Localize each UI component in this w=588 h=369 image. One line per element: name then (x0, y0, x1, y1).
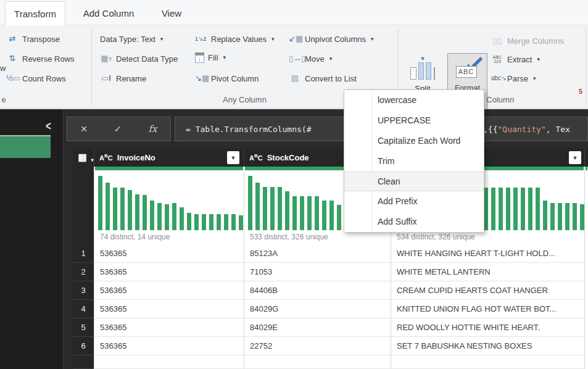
cell-description[interactable]: SET 7 BABUSHKA NESTING BOXES (391, 337, 584, 355)
menu-item-capitalize-each-word[interactable]: Capitalize Each Word (344, 131, 484, 151)
collapse-sidebar-chevron-icon[interactable]: < (46, 118, 51, 133)
queries-sidebar: < (0, 109, 64, 369)
commit-formula-icon[interactable]: ✓ (114, 123, 122, 135)
table-row: 5 536365 84029E RED WOOLLY HOTTIE WHITE … (73, 318, 588, 337)
cell-invoiceno[interactable]: 536365 (94, 244, 244, 263)
cell-description[interactable]: KNITTED UNION FLAG HOT WATER BOT... (391, 300, 584, 318)
column-header-invoiceno[interactable]: ABC InvoiceNo ▼ (94, 148, 244, 167)
menu-item-add-suffix[interactable]: Add Suffix (344, 212, 484, 232)
cell-description[interactable]: WHITE METAL LANTERN (391, 263, 584, 281)
cell-invoiceno[interactable]: 536365 (94, 281, 244, 300)
table-grid-icon: ▦ (78, 152, 86, 163)
row-number: 4 (73, 300, 94, 318)
clipped-label-fragment-left: w (0, 64, 6, 73)
cell-description[interactable]: RED WOOLLY HOTTIE WHITE HEART. (391, 318, 584, 337)
power-query-editor-window: Transform Add Column View w ⇄ Transpose … (0, 0, 588, 369)
editor-content: < × ✓ fx = Table.TransformColumns(# ,{{"… (0, 109, 588, 369)
reverse-rows-icon: ⇅ (6, 54, 19, 63)
clipped-next-column-header (584, 148, 588, 167)
text-type-icon: ABC (249, 153, 263, 162)
row-number: 3 (73, 281, 94, 300)
table-row-partial (73, 355, 588, 369)
group-separator (91, 28, 92, 106)
chevron-down-icon: ▾ (329, 56, 333, 62)
chevron-down-icon: ▾ (537, 56, 540, 62)
menu-item-add-prefix[interactable]: Add Prefix (344, 191, 484, 212)
replace-values-icon: 1↘2 (195, 35, 207, 43)
cell-invoiceno[interactable]: 536365 (94, 263, 244, 281)
move-button[interactable]: ▯↔▯ Move ▾ (289, 52, 332, 65)
row-number: 2 (73, 263, 94, 281)
menu-item-trim[interactable]: Trim (344, 151, 484, 172)
detect-data-type-button[interactable]: ▦? Detect Data Type (100, 52, 178, 65)
cell-stockcode[interactable]: 22752 (244, 337, 391, 355)
group-separator (586, 28, 586, 106)
chevron-down-icon: ▾ (160, 36, 164, 42)
cell-description[interactable]: CREAM CUPID HEARTS COAT HANGER (391, 281, 584, 300)
data-preview-table: ▦▾ ABC InvoiceNo ▼ ABC StockCode ▼ ABC ▼ (73, 148, 588, 369)
cell-description[interactable]: WHITE HANGING HEART T-LIGHT HOLD... (391, 244, 584, 263)
cell-stockcode[interactable]: 71053 (244, 263, 391, 281)
column-profile-invoiceno: 74 distinct, 14 unique (94, 167, 244, 244)
filter-dropdown-button[interactable]: ▼ (569, 151, 581, 164)
cell-stockcode[interactable]: 84029E (244, 318, 391, 337)
chevron-down-icon: ▾ (271, 36, 275, 42)
formula-input-right-fragment: ,{{"Quantity", Tex (483, 117, 588, 141)
convert-to-list-button[interactable]: ▤ Convert to List (289, 72, 357, 85)
fill-icon: ↓ (195, 52, 204, 63)
row-number: 5 (73, 318, 94, 337)
table-header-row: ▦▾ ABC InvoiceNo ▼ ABC StockCode ▼ ABC ▼ (73, 148, 588, 167)
parse-button[interactable]: abc↘ Parse ▾ (491, 72, 536, 85)
cell-invoiceno[interactable]: 536365 (94, 337, 244, 355)
tab-view[interactable]: View (153, 1, 190, 25)
row-number: 1 (73, 244, 94, 263)
merge-columns-icon: ▯▯ (491, 36, 503, 45)
replace-values-button[interactable]: 1↘2 Replace Values ▾ (195, 32, 275, 46)
cell-stockcode[interactable]: 84406B (244, 281, 391, 300)
table-row: 1 536365 85123A WHITE HANGING HEART T-LI… (73, 244, 588, 263)
rename-button[interactable]: ▭I Rename (100, 72, 146, 85)
text-type-icon: ABC (99, 153, 113, 162)
chevron-down-icon: ▾ (223, 54, 226, 60)
filter-dropdown-button[interactable]: ▼ (227, 151, 239, 164)
table-row: 6 536365 22752 SET 7 BABUSHKA NESTING BO… (73, 337, 588, 355)
pivot-column-button[interactable]: ↘▦ Pivot Column (195, 72, 259, 85)
rename-icon: ▭I (100, 74, 112, 83)
value-distribution-histogram[interactable] (94, 170, 244, 230)
menu-item-uppercase[interactable]: UPPERCASE (344, 110, 484, 131)
cell-stockcode[interactable]: 84029G (244, 300, 391, 318)
convert-to-list-icon: ▤ (289, 74, 301, 83)
ribbon: w ⇄ Transpose ⇅ Reverse Rows ½▭ Count Ro… (0, 25, 588, 109)
distinct-unique-stats: 74 distinct, 14 unique (94, 230, 244, 241)
unpivot-columns-button[interactable]: ↙▦ Unpivot Columns ▾ (289, 32, 374, 46)
chevron-down-icon: ▾ (533, 75, 536, 81)
reverse-rows-button[interactable]: ⇅ Reverse Rows (6, 52, 75, 65)
cell-invoiceno[interactable]: 536365 (94, 300, 244, 318)
count-rows-button[interactable]: ½▭ Count Rows (6, 72, 66, 85)
pivot-column-icon: ↘▦ (195, 74, 207, 83)
extract-button[interactable]: ABC123 Extract ▾ (491, 52, 540, 66)
tab-transform[interactable]: Transform (5, 1, 65, 25)
fill-button[interactable]: ↓ Fill ▾ (195, 51, 226, 64)
unpivot-columns-icon: ↙▦ (289, 35, 301, 43)
cell-invoiceno[interactable]: 536365 (94, 318, 244, 337)
fx-icon[interactable]: fx (148, 123, 157, 135)
menu-item-clean[interactable]: Clean (344, 172, 484, 191)
cell-stockcode[interactable]: 85123A (244, 244, 391, 263)
transpose-button[interactable]: ⇄ Transpose (6, 32, 60, 46)
table-row: 3 536365 84406B CREAM CUPID HEARTS COAT … (73, 281, 588, 300)
split-column-icon: ▼ (410, 57, 435, 81)
formula-bar-buttons: × ✓ fx (67, 117, 171, 141)
column-profile-row: 74 distinct, 14 unique 533 distinct, 326… (73, 167, 588, 244)
data-type-button[interactable]: Data Type: Text ▾ (100, 32, 163, 46)
chevron-down-icon: ▾ (371, 36, 374, 42)
selected-query-item[interactable] (0, 135, 51, 158)
merge-columns-button[interactable]: ▯▯ Merge Columns (491, 34, 564, 48)
cancel-formula-icon[interactable]: × (81, 122, 88, 136)
table-row: 2 536365 71053 WHITE METAL LANTERN (73, 263, 588, 281)
clipped-next-column-profile (584, 167, 588, 244)
menu-item-lowercase[interactable]: lowercase (344, 90, 484, 110)
tab-add-column[interactable]: Add Column (73, 1, 144, 25)
table-select-all-button[interactable]: ▦▾ (73, 148, 94, 167)
format-dropdown-menu: lowercase UPPERCASE Capitalize Each Word… (344, 89, 484, 233)
